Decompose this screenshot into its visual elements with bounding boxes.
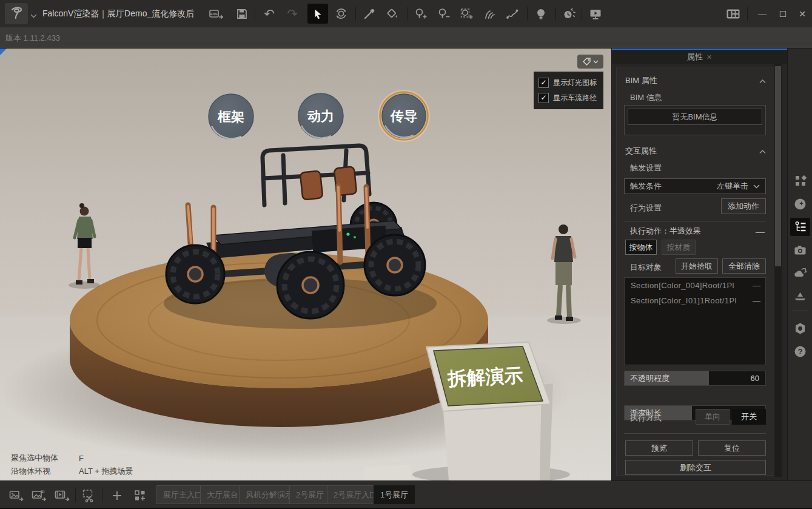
structure-panel-button[interactable] (790, 218, 810, 236)
remove-target-icon[interactable]: — (749, 281, 760, 290)
properties-tab-label: 属性 (687, 52, 703, 62)
viewport-canvas[interactable]: 拆解演示 框架 动力 传导 (0, 49, 611, 480)
app-menu-chevron-icon[interactable] (30, 10, 37, 21)
panel-scrollbar-thumb[interactable] (775, 66, 781, 266)
interaction-section-header[interactable]: 交互属性 (625, 146, 766, 157)
material-panel-button[interactable] (790, 195, 810, 213)
target-list-item[interactable]: Section[Color_004]Root/1Pl — (625, 278, 765, 293)
scene-3d[interactable]: 拆解演示 框架 动力 传导 (0, 49, 611, 480)
scene-tab-active[interactable]: 1号展厅 (374, 485, 415, 504)
export-video-button[interactable] (52, 485, 73, 505)
hotspot-power[interactable]: 动力 (298, 93, 343, 138)
paint-bucket-tool-button[interactable] (382, 4, 403, 24)
exec-toggle-toggle[interactable]: 开关 (732, 409, 766, 425)
properties-tab[interactable]: 属性 ✕ (612, 49, 787, 64)
vehicle-wheel (277, 252, 344, 319)
clear-all-button[interactable]: 全部清除 (722, 258, 766, 274)
bim-section-header[interactable]: BIM 属性 (625, 75, 766, 86)
panel-scrollbar[interactable] (774, 64, 782, 477)
save-icon (236, 8, 248, 20)
target-list-item[interactable]: Section[Color_I01]1Root/1Pl — (625, 293, 765, 308)
toolbar-separator (527, 7, 528, 21)
vehicle-wheel (166, 245, 224, 303)
toolbar-separator (582, 7, 582, 21)
add-action-button[interactable]: 添加动作 (721, 198, 766, 214)
minimize-button[interactable]: — (752, 4, 773, 24)
layout-panels-button[interactable] (723, 4, 743, 24)
remove-plant-tool-button[interactable] (434, 4, 454, 24)
opacity-slider[interactable]: 不透明程度 60 (624, 371, 766, 386)
maximize-button[interactable]: ☐ (773, 4, 793, 24)
chevron-up-icon (759, 75, 766, 86)
svg-text:?: ? (798, 348, 803, 356)
gear-icon (794, 322, 807, 335)
camera-panel-button[interactable] (790, 241, 810, 259)
show-light-icons-checkbox[interactable]: ✓ (539, 78, 549, 88)
show-traffic-path-row: ✓ 显示车流路径 (539, 90, 599, 106)
help-icon: ? (794, 345, 807, 358)
viewport-display-options: ✓ 显示灯光图标 ✓ 显示车流路径 (534, 72, 603, 109)
remove-target-icon[interactable]: — (749, 296, 760, 305)
window-title: FalconV渲染器｜展厅Demo_流化修改后 (42, 0, 194, 27)
target-object-list[interactable]: Section[Color_004]Root/1Pl — Section[Col… (624, 277, 766, 365)
scene-tab[interactable]: 2号展厅 (289, 485, 331, 504)
hint-action: 聚焦选中物体 (11, 453, 79, 463)
maximize-icon: ☐ (779, 9, 787, 19)
export-ai-image-button[interactable]: AI (29, 485, 50, 505)
bottom-separator (75, 488, 76, 502)
select-plant-tool-button[interactable] (456, 4, 477, 24)
presentation-mode-button[interactable] (585, 4, 606, 24)
kiosk-screen-label: 拆解演示 (447, 365, 524, 389)
brush-plants-tool-button[interactable] (479, 4, 500, 24)
path-tool-button[interactable] (502, 4, 523, 24)
path-curve-icon (506, 8, 519, 20)
save-button[interactable] (232, 4, 252, 24)
close-button[interactable]: ✕ (792, 4, 812, 24)
undo-button[interactable]: ↶ (259, 4, 280, 24)
hotspot-transmission-selected[interactable]: 传导 (378, 90, 429, 141)
structure-tree-icon (794, 221, 807, 233)
export-image-button[interactable] (6, 485, 27, 505)
chevron-down-icon (753, 184, 760, 189)
trigger-condition-dropdown[interactable]: 触发条件 左键单击 (624, 178, 766, 194)
toolbar-separator (407, 7, 408, 21)
show-traffic-path-checkbox[interactable]: ✓ (539, 93, 549, 103)
time-of-day-button[interactable] (559, 4, 579, 24)
help-button[interactable]: ? (790, 342, 810, 360)
collapse-minus-icon[interactable]: — (756, 226, 765, 237)
delete-interaction-button[interactable]: 删除交互 (625, 460, 766, 475)
eyedropper-tool-button[interactable] (359, 4, 380, 24)
export-exe-button[interactable]: EXE (206, 4, 227, 24)
components-panel-button[interactable] (790, 172, 810, 190)
add-plant-tool-button[interactable] (411, 4, 431, 24)
settings-button[interactable] (790, 319, 810, 337)
terrain-panel-button[interactable] (790, 287, 810, 305)
close-icon: ✕ (799, 9, 806, 19)
select-tool-button[interactable] (307, 4, 328, 24)
image-export-icon (9, 490, 24, 502)
by-object-toggle[interactable]: 按物体 (625, 240, 657, 255)
redo-button[interactable]: ↷ (282, 4, 303, 24)
scene-tab[interactable]: 大厅展台 (200, 485, 245, 504)
section-divider (624, 433, 766, 434)
hint-keys: ALT + 拖拽场景 (79, 466, 133, 477)
weather-panel-button[interactable] (790, 264, 810, 282)
weather-icon (794, 267, 807, 279)
chevron-up-icon (759, 146, 766, 157)
add-scene-button[interactable] (107, 485, 127, 505)
manage-scenes-button[interactable] (130, 485, 150, 505)
screenshot-crop-button[interactable] (79, 485, 99, 505)
bim-empty-message: 暂无BIM信息 (628, 109, 762, 125)
by-material-toggle[interactable]: 按材质 (662, 240, 696, 255)
hotspot-frame[interactable]: 框架 (209, 94, 253, 139)
viewport-tag-filter-button[interactable] (577, 55, 603, 69)
tab-close-icon[interactable]: ✕ (706, 53, 712, 61)
orbit-tool-button[interactable] (331, 4, 351, 24)
video-export-icon (55, 489, 70, 502)
preview-button[interactable]: 预览 (625, 440, 693, 456)
app-menu-button[interactable] (5, 3, 28, 24)
start-pick-button[interactable]: 开始拾取 (676, 258, 718, 274)
exec-one-way-toggle[interactable]: 单向 (696, 409, 730, 425)
light-tool-button[interactable] (531, 4, 551, 24)
reset-button[interactable]: 复位 (698, 440, 766, 456)
